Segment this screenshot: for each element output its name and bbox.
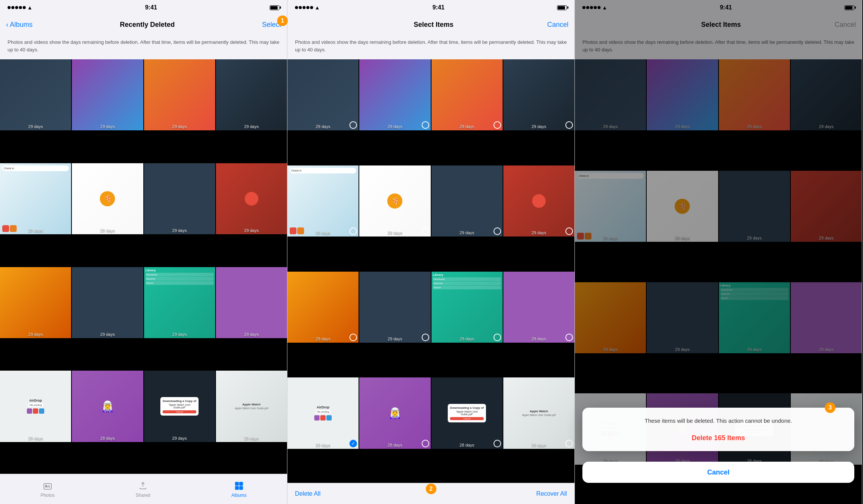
status-time-2: 9:41 [432, 4, 444, 11]
delete-165-button[interactable]: Delete 165 Items [590, 431, 847, 445]
photo-grid-2: 29 days 29 days 29 days 29 days Check in… [287, 59, 574, 483]
tab-photos[interactable]: Photos [40, 481, 54, 498]
back-button-1[interactable]: ‹ Albums [6, 21, 33, 29]
list-item[interactable]: Apple Watch Apple Watch User Guide.pdf 2… [216, 371, 287, 442]
list-item[interactable]: 29 days [359, 272, 430, 343]
list-item[interactable]: 29 days [0, 267, 71, 338]
list-item[interactable]: 29 days [359, 59, 430, 130]
recover-all-button[interactable]: Recover All [536, 490, 567, 497]
albums-icon [234, 481, 244, 491]
list-item[interactable]: 29 days [287, 59, 359, 130]
list-item[interactable]: Apple Watch Apple Watch User Guide.pdf 2… [503, 377, 574, 448]
modal-confirm-text: These items will be deleted. This action… [590, 417, 847, 425]
status-bar-2: ▲ 9:41 [287, 0, 574, 15]
list-item[interactable]: 29 days [72, 59, 143, 130]
step-badge-3: 3 [825, 402, 835, 413]
days-label: 29 days [72, 228, 143, 233]
list-item[interactable]: 29 days [216, 267, 287, 338]
page-title-1: Recently Deleted [120, 21, 175, 29]
photo-grid-1: 29 days 29 days 29 days 29 days Check in… [0, 59, 287, 474]
tab-shared[interactable]: Shared [136, 481, 151, 498]
list-item[interactable]: 29 days [144, 59, 215, 130]
list-item[interactable]: 29 days [287, 272, 359, 343]
list-item[interactable]: 🧝‍♀️ 28 days [359, 377, 430, 448]
dot3 [303, 6, 306, 9]
list-item[interactable]: AirDrop File sending 29 days [0, 371, 71, 442]
delete-all-button[interactable]: Delete All [295, 490, 321, 497]
days-label: 29 days [216, 332, 287, 337]
back-label-1[interactable]: Albums [10, 21, 33, 29]
days-label: 29 days [503, 124, 574, 129]
days-label: 29 days [287, 443, 359, 447]
dot1 [8, 6, 11, 9]
days-label: 29 days [72, 124, 143, 129]
list-item[interactable]: Check in 29 days [0, 163, 71, 234]
list-item[interactable]: Library Downloads Watchlist Search 29 da… [431, 272, 503, 343]
signal-dots-2 [295, 6, 313, 9]
page-title-2: Select Items [414, 21, 453, 29]
days-label: 29 days [503, 230, 574, 235]
step-number-3: 3 [829, 404, 832, 411]
svg-rect-2 [235, 482, 239, 485]
days-label: 29 days [287, 337, 359, 341]
phone-panel-3: ▲ 9:41 Select Items Cancel Photos and vi… [575, 0, 862, 504]
select-circle [422, 227, 429, 235]
list-item[interactable]: 29 days [0, 59, 71, 130]
list-item[interactable]: 🧝‍♀️ 28 days [72, 371, 143, 442]
list-item[interactable]: 29 days [503, 165, 574, 237]
list-item[interactable]: Downloading a Copy of "Apple Watch UserG… [431, 377, 503, 448]
tab-bar-1: Photos Shared Albums [0, 474, 287, 504]
list-item[interactable]: 🍕 29 days [359, 165, 430, 237]
days-label: 29 days [359, 337, 430, 341]
select-circle [494, 334, 501, 341]
list-item[interactable]: Check in 29 days [287, 165, 359, 237]
days-label: 29 days [0, 228, 71, 233]
days-label: 29 days [359, 124, 430, 129]
dot2 [299, 6, 302, 9]
wifi-icon-2: ▲ [315, 5, 320, 11]
signal-area-2: ▲ [295, 5, 320, 11]
list-item[interactable]: 29 days [431, 59, 503, 130]
list-item[interactable]: 29 days [72, 267, 143, 338]
days-label: 29 days [144, 332, 215, 337]
battery-icon-2 [557, 5, 567, 10]
select-circle [349, 334, 357, 341]
days-label: 29 days [431, 337, 503, 341]
step-badge-1: 1 [277, 15, 288, 26]
days-label: 29 days [144, 228, 215, 233]
days-label: 28 days [431, 443, 503, 447]
list-item[interactable]: 29 days [431, 165, 503, 237]
list-item[interactable]: 29 days [216, 163, 287, 234]
dot5 [310, 6, 313, 9]
cancel-button-2[interactable]: Cancel [547, 21, 568, 29]
days-label: 29 days [72, 332, 143, 337]
dot3 [15, 6, 18, 9]
days-label: 29 days [503, 337, 574, 341]
tab-albums[interactable]: Albums [231, 481, 247, 498]
modal-cancel-button[interactable]: Cancel [707, 468, 730, 476]
list-item[interactable]: 29 days [144, 163, 215, 234]
days-label: 29 days [144, 436, 215, 441]
list-item[interactable]: 🍕 29 days [72, 163, 143, 234]
albums-tab-label: Albums [231, 493, 247, 498]
days-label: 29 days [359, 230, 430, 235]
list-item[interactable]: 29 days [503, 272, 574, 343]
select-circle [422, 121, 429, 129]
dot4 [19, 6, 22, 9]
list-item[interactable]: AirDrop File sending 29 days ✓ [287, 377, 359, 448]
dot2 [11, 6, 14, 9]
list-item[interactable]: 29 days [216, 59, 287, 130]
select-circle [494, 440, 501, 447]
select-circle [422, 440, 429, 447]
select-button[interactable]: Select 1 [262, 21, 281, 29]
days-label: 29 days [216, 124, 287, 129]
svg-rect-5 [239, 486, 243, 490]
shared-icon [138, 481, 148, 491]
days-label: 29 days [216, 436, 287, 441]
info-banner-1: Photos and videos show the days remainin… [0, 34, 287, 59]
days-label: 28 days [359, 443, 430, 447]
list-item[interactable]: Library Downloads Watchlist Search 29 da… [144, 267, 215, 338]
list-item[interactable]: 29 days [503, 59, 574, 130]
status-bar-1: ▲ 9:41 [0, 0, 287, 15]
list-item[interactable]: Downloading a Copy of "Apple Watch UserG… [144, 371, 215, 442]
